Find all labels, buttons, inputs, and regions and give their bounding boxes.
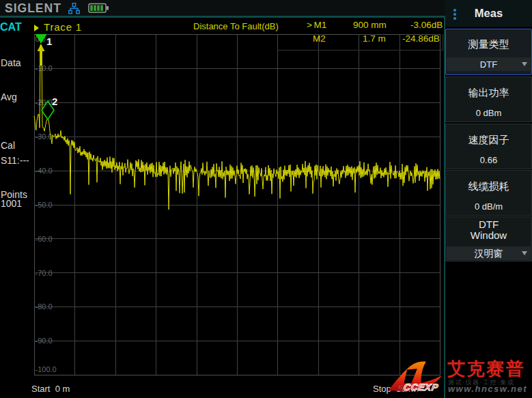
svg-text:-90.0: -90.0 bbox=[36, 337, 53, 345]
svg-text:-60.0: -60.0 bbox=[36, 235, 53, 243]
svg-text:-70.0: -70.0 bbox=[36, 269, 53, 277]
svg-text:-50.0: -50.0 bbox=[36, 201, 53, 209]
svg-text:-30.0: -30.0 bbox=[36, 132, 53, 141]
svg-text:-20.0: -20.0 bbox=[36, 98, 53, 106]
svg-text:-40.0: -40.0 bbox=[36, 167, 53, 175]
svg-text:-80.0: -80.0 bbox=[36, 302, 53, 311]
svg-text:-10.0: -10.0 bbox=[36, 64, 53, 72]
svg-text:-100.0: -100.0 bbox=[36, 365, 57, 373]
